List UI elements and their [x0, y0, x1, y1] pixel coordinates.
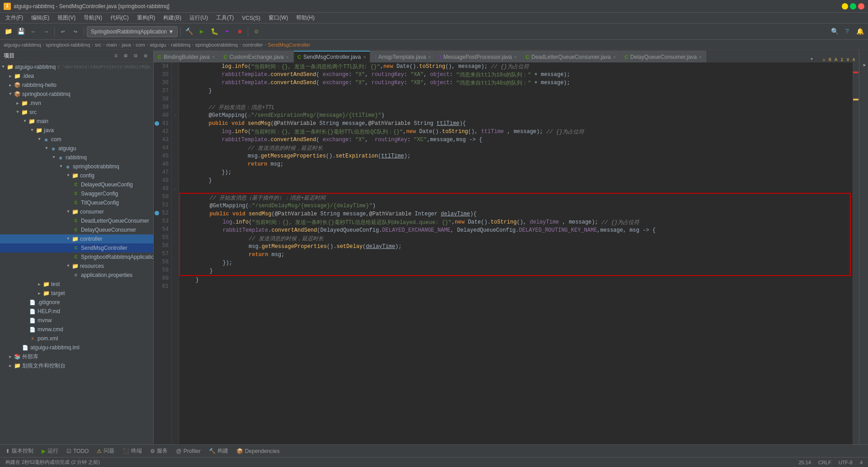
menu-tools[interactable]: 工具(T)	[212, 13, 237, 23]
tree-springboot-rabbitmq[interactable]: ▼ 📦 springboot-rabbitmq	[0, 90, 153, 99]
breadcrumb-module[interactable]: springboot-rabbitmq	[46, 42, 90, 48]
breadcrumb-springbootrabbitmq[interactable]: springbootrabbitmq	[195, 42, 238, 48]
toolbar-forward-button[interactable]: →	[41, 26, 52, 37]
run-config-dropdown[interactable]: SpringbootRabbitmqApplication ▼	[87, 26, 178, 37]
tree-external-libs[interactable]: ▶ 📚 外部库	[0, 352, 153, 361]
fold-51[interactable]: ◌	[172, 185, 179, 193]
breadcrumb-com[interactable]: com	[136, 42, 145, 48]
tree-root[interactable]: ▼ 📁 atguigu-rabbitmq E:\WorkData\IdeaPro…	[0, 62, 153, 71]
menu-file[interactable]: 文件(F)	[2, 13, 27, 23]
menu-help[interactable]: 帮助(H)	[292, 13, 318, 23]
tree-consumer[interactable]: ▼ 📁 consumer	[0, 207, 153, 216]
bottom-tab-profiler[interactable]: @ Profiler	[172, 446, 204, 456]
status-position[interactable]: 25:14	[797, 460, 813, 465]
side-icon-notifications[interactable]: ⚑	[859, 52, 868, 79]
tree-mvnw[interactable]: 📄 mvnw	[0, 316, 153, 325]
tree-helpmd[interactable]: 📄 HELP.md	[0, 307, 153, 316]
sidebar-expand-button[interactable]: ⊞	[122, 52, 130, 60]
tab-close-delayqueueconsumer[interactable]: ×	[699, 54, 702, 60]
tree-scratches[interactable]: ▶ 📁 划痕文件和控制台	[0, 361, 153, 370]
breadcrumb-atguigu[interactable]: atguigu	[150, 42, 166, 48]
sidebar-settings-button[interactable]: ⚙	[142, 52, 150, 60]
code-lines[interactable]: log.info("当前时间：{}, 发送一条消息给两个TTL队列: {}",n…	[179, 62, 853, 444]
status-indent[interactable]: 4	[858, 460, 864, 465]
tree-main[interactable]: ▼ 📁 main	[0, 117, 153, 126]
menu-navigate[interactable]: 导航(N)	[80, 13, 106, 23]
toolbar-debug-button[interactable]: 🐛	[209, 26, 220, 37]
tree-java[interactable]: ▼ 📁 java	[0, 126, 153, 135]
tab-overflow[interactable]: ▾	[807, 56, 817, 62]
bottom-tab-dependencies[interactable]: 📦 Dependencies	[233, 446, 283, 456]
tab-delayqueueconsumer[interactable]: C DelayQueueConsumer.java ×	[620, 51, 706, 62]
tree-delayqueueconsumer[interactable]: C DelayQueueConsumer	[0, 225, 153, 234]
tree-test[interactable]: ▶ 📁 test	[0, 280, 153, 289]
minimize-button[interactable]	[842, 3, 848, 10]
warnings-badge[interactable]: ⚠ 6 A 1 ∨ ∧	[819, 57, 859, 62]
tree-config[interactable]: ▼ 📁 config	[0, 171, 153, 180]
menu-code[interactable]: 代码(C)	[107, 13, 132, 23]
tab-sendmsgcontroller[interactable]: C SendMsgController.java ×	[293, 51, 370, 62]
tab-close-deadletterconsumer[interactable]: ×	[613, 54, 616, 60]
tree-ttlqueueconfig[interactable]: C TtlQueueConfig	[0, 198, 153, 207]
tree-mvnwcmd[interactable]: 📄 mvnw.cmd	[0, 325, 153, 334]
tab-close-customexchange[interactable]: ×	[286, 54, 289, 60]
maximize-button[interactable]	[850, 3, 856, 10]
tree-rabbitmq-hello[interactable]: ▶ 📦 rabbitmq-hello	[0, 81, 153, 90]
tree-pomxml[interactable]: x pom.xml	[0, 334, 153, 343]
tab-messagepostprocessor[interactable]: I MessagePostProcessor.java ×	[436, 51, 521, 62]
tree-deadletterconsumer[interactable]: C DeadLetterQueueConsumer	[0, 216, 153, 225]
toolbar-settings-button[interactable]: ⚙	[251, 26, 262, 37]
menu-view[interactable]: 视图(V)	[54, 13, 79, 23]
breadcrumb-java[interactable]: java	[122, 42, 131, 48]
bottom-tab-build[interactable]: 🔨 构建	[205, 446, 232, 456]
tab-close-messagepostprocessor[interactable]: ×	[514, 54, 517, 60]
tree-springbootapp[interactable]: C SpringbootRabbitmqApplication	[0, 253, 153, 262]
bottom-tab-run[interactable]: ▶ 运行	[38, 446, 62, 456]
toolbar-back-button[interactable]: ←	[28, 26, 39, 37]
search-button[interactable]: 🔍	[829, 26, 840, 37]
tree-atguigu[interactable]: ▼ ◉ atguigu	[0, 144, 153, 153]
bottom-tab-terminal[interactable]: ⬛ 终端	[119, 446, 146, 456]
tree-springbootrabbitmq[interactable]: ▼ ◉ springbootrabbitmq	[0, 162, 153, 171]
bottom-tab-problems[interactable]: ⚠ 问题	[93, 446, 118, 456]
tree-controller[interactable]: ▼ 📁 controller	[0, 234, 153, 243]
menu-refactor[interactable]: 重构(R)	[133, 13, 159, 23]
breadcrumb-project[interactable]: atguigu-rabbitmq	[4, 42, 41, 48]
tab-amqptemplate[interactable]: I AmqpTemplate.java ×	[371, 51, 435, 62]
toolbar-run-button[interactable]: ▶	[196, 26, 207, 37]
toolbar-stop-button[interactable]: ■	[234, 26, 245, 37]
breadcrumb-controller[interactable]: controller	[242, 42, 263, 48]
help-button[interactable]: ?	[842, 26, 853, 37]
tree-src[interactable]: ▼ 📁 src	[0, 108, 153, 117]
toolbar-undo-button[interactable]: ↩	[57, 26, 68, 37]
tree-resources[interactable]: ▼ 📁 resources	[0, 262, 153, 271]
close-button[interactable]	[858, 3, 864, 10]
tab-close-bindingbuilder[interactable]: ×	[212, 54, 215, 60]
tab-close-sendmsgcontroller[interactable]: ×	[363, 54, 366, 60]
tree-swaggerconfig[interactable]: C SwaggerConfig	[0, 189, 153, 198]
menu-build[interactable]: 构建(B)	[160, 13, 185, 23]
status-lineending[interactable]: CRLF	[816, 460, 833, 465]
toolbar-save-button[interactable]: 💾	[15, 26, 26, 37]
tab-customexchange[interactable]: C CustomExchange.java ×	[219, 51, 292, 62]
breadcrumb-main[interactable]: main	[106, 42, 117, 48]
toolbar-coverage-button[interactable]: ☂	[222, 26, 232, 37]
sidebar-collapse-button[interactable]: ⊟	[132, 52, 140, 60]
sidebar-hide-button[interactable]: ≡	[112, 52, 120, 60]
tab-close-amqptemplate[interactable]: ×	[428, 54, 431, 60]
menu-edit[interactable]: 编辑(E)	[28, 13, 53, 23]
bottom-tab-versioncontrol[interactable]: ⬆ 版本控制	[2, 446, 37, 456]
tree-iml[interactable]: 📄 atguigu-rabbitmq.iml	[0, 343, 153, 352]
menu-vcs[interactable]: VCS(S)	[238, 14, 264, 22]
tree-com[interactable]: ▼ ◉ com	[0, 135, 153, 144]
breadcrumb-rabbitmq[interactable]: rabbitmq	[171, 42, 190, 48]
status-encoding[interactable]: UTF-8	[837, 460, 854, 465]
tree-mvn[interactable]: ▶ 📁 .mvn	[0, 99, 153, 108]
tree-idea[interactable]: ▶ 📁 .idea	[0, 71, 153, 81]
tab-deadletterconsumer[interactable]: C DeadLetterQueueConsumer.java ×	[522, 51, 620, 62]
toolbar-open-button[interactable]: 📁	[3, 26, 14, 37]
tab-bindingbuilder[interactable]: C BindingBuilder.java ×	[154, 51, 219, 62]
bottom-tab-todo[interactable]: ☑ TODO	[63, 446, 92, 456]
tree-gitignore[interactable]: 📄 .gitignore	[0, 298, 153, 307]
tree-target[interactable]: ▶ 📁 target	[0, 289, 153, 298]
